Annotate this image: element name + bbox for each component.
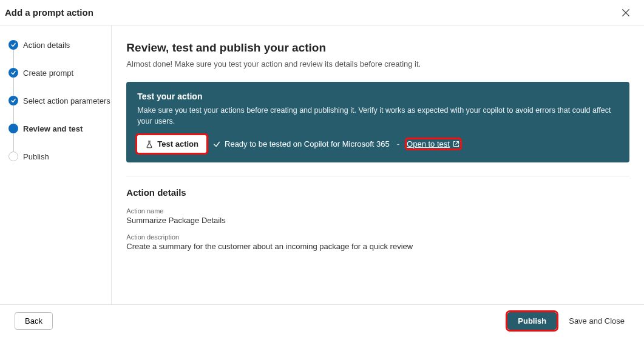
action-description-value: Create a summary for the customer about … bbox=[126, 242, 629, 251]
footer-left: Back bbox=[15, 312, 53, 330]
beaker-icon bbox=[145, 140, 154, 148]
dialog-title: Add a prompt action bbox=[5, 7, 93, 18]
open-to-test-label: Open to test bbox=[407, 139, 450, 148]
dialog-footer: Back Publish Save and Close bbox=[0, 304, 644, 337]
action-description-label: Action description bbox=[126, 233, 629, 241]
pending-step-icon bbox=[8, 152, 18, 161]
close-icon bbox=[622, 8, 630, 17]
step-publish[interactable]: Publish bbox=[8, 152, 111, 161]
step-action-details[interactable]: Action details bbox=[8, 40, 111, 50]
open-to-test-link[interactable]: Open to test bbox=[407, 139, 460, 148]
dialog-body: Action details Create prompt Select acti… bbox=[0, 25, 644, 304]
action-details-heading: Action details bbox=[126, 187, 629, 198]
step-label: Create prompt bbox=[23, 68, 73, 78]
save-and-close-button[interactable]: Save and Close bbox=[564, 313, 629, 329]
test-panel-row: Test action Ready to be tested on Copilo… bbox=[137, 135, 619, 153]
step-label: Select action parameters bbox=[23, 96, 110, 105]
app-root: Add a prompt action Action details Creat… bbox=[0, 0, 644, 337]
separator-dash: - bbox=[396, 139, 401, 148]
check-icon bbox=[8, 96, 18, 105]
wizard-steps: Action details Create prompt Select acti… bbox=[0, 40, 111, 161]
test-action-button[interactable]: Test action bbox=[137, 135, 206, 153]
back-button-label: Back bbox=[25, 316, 42, 325]
check-icon bbox=[8, 40, 18, 50]
main-content: Review, test and publish your action Alm… bbox=[112, 25, 644, 304]
section-divider bbox=[126, 176, 629, 176]
step-label: Action details bbox=[23, 41, 70, 50]
action-details-section: Action details Action name Summarize Pac… bbox=[126, 187, 629, 251]
footer-right: Publish Save and Close bbox=[507, 312, 629, 330]
test-action-panel: Test your action Make sure you test your… bbox=[126, 82, 629, 162]
action-name-label: Action name bbox=[126, 207, 629, 215]
test-panel-desc: Make sure you test your actions before c… bbox=[137, 105, 619, 127]
wizard-sidebar: Action details Create prompt Select acti… bbox=[0, 25, 112, 304]
checkmark-icon bbox=[212, 140, 221, 148]
step-label: Review and test bbox=[23, 124, 83, 133]
external-link-icon bbox=[452, 140, 460, 148]
current-step-icon bbox=[8, 124, 18, 133]
test-action-button-label: Test action bbox=[157, 139, 198, 148]
ready-status: Ready to be tested on Copilot for Micros… bbox=[212, 139, 390, 148]
page-heading: Review, test and publish your action bbox=[126, 41, 629, 55]
step-review-and-test[interactable]: Review and test bbox=[8, 124, 111, 133]
ready-status-text: Ready to be tested on Copilot for Micros… bbox=[225, 139, 390, 148]
close-button[interactable] bbox=[617, 4, 634, 21]
publish-button-label: Publish bbox=[518, 316, 546, 325]
back-button[interactable]: Back bbox=[15, 312, 53, 330]
test-panel-title: Test your action bbox=[137, 92, 619, 101]
save-and-close-label: Save and Close bbox=[569, 316, 625, 325]
step-select-action-parameters[interactable]: Select action parameters bbox=[8, 96, 111, 105]
step-create-prompt[interactable]: Create prompt bbox=[8, 68, 111, 78]
check-icon bbox=[8, 68, 18, 78]
page-subtitle: Almost done! Make sure you test your act… bbox=[126, 59, 629, 68]
step-label: Publish bbox=[23, 152, 49, 161]
action-name-value: Summarize Package Details bbox=[126, 216, 629, 225]
publish-button[interactable]: Publish bbox=[507, 312, 557, 330]
dialog-header: Add a prompt action bbox=[0, 0, 644, 25]
